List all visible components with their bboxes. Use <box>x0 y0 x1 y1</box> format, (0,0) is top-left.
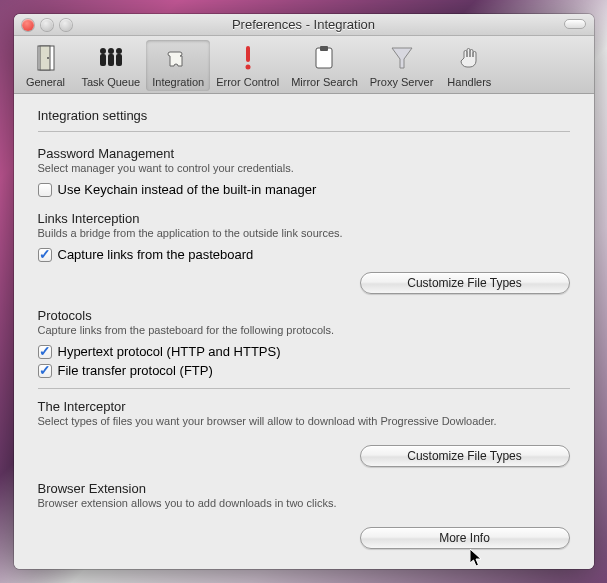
checkbox-label: Hypertext protocol (HTTP and HTTPS) <box>58 344 281 359</box>
toolbar-item-integration[interactable]: Integration <box>146 40 210 91</box>
capture-links-checkbox[interactable] <box>38 248 52 262</box>
toolbar-item-mirror-search[interactable]: Mirror Search <box>285 40 364 91</box>
checkbox-label: File transfer protocol (FTP) <box>58 363 213 378</box>
checkbox-label: Use Keychain instead of the built-in man… <box>58 182 317 197</box>
close-button[interactable] <box>22 19 34 31</box>
page-heading: Integration settings <box>38 108 570 123</box>
titlebar: Preferences - Integration <box>14 14 594 36</box>
toolbar-item-proxy-server[interactable]: Proxy Server <box>364 40 440 91</box>
toolbar-label: Task Queue <box>82 76 141 88</box>
section-description: Browser extension allows you to add down… <box>38 497 570 509</box>
door-icon <box>30 42 62 74</box>
divider <box>38 131 570 132</box>
ftp-checkbox[interactable] <box>38 364 52 378</box>
button-label: More Info <box>439 531 490 545</box>
more-info-button[interactable]: More Info <box>360 527 570 549</box>
clipboard-icon <box>308 42 340 74</box>
toolbar-label: Mirror Search <box>291 76 358 88</box>
section-description: Builds a bridge from the application to … <box>38 227 570 239</box>
divider <box>38 388 570 389</box>
section-description: Select types of files you want your brow… <box>38 415 570 427</box>
section-password: Password Management Select manager you w… <box>38 146 570 197</box>
puzzle-icon <box>162 42 194 74</box>
checkbox-label: Capture links from the pasteboard <box>58 247 254 262</box>
preferences-window: Preferences - Integration General Task Q… <box>14 14 594 569</box>
toolbar-item-general[interactable]: General <box>16 40 76 91</box>
section-description: Capture links from the pasteboard for th… <box>38 324 570 336</box>
funnel-icon <box>386 42 418 74</box>
content-pane: Integration settings Password Management… <box>14 94 594 569</box>
svg-rect-12 <box>320 46 328 51</box>
toolbar-item-handlers[interactable]: Handlers <box>439 40 499 91</box>
minimize-button[interactable] <box>41 19 53 31</box>
svg-rect-6 <box>108 54 114 66</box>
section-title: Browser Extension <box>38 481 570 496</box>
keychain-checkbox[interactable] <box>38 183 52 197</box>
svg-rect-4 <box>100 54 106 66</box>
svg-rect-8 <box>116 54 122 66</box>
cursor-icon <box>470 549 484 569</box>
toolbar-label: General <box>26 76 65 88</box>
toolbar-label: Handlers <box>447 76 491 88</box>
toolbar-item-task-queue[interactable]: Task Queue <box>76 40 147 91</box>
svg-point-7 <box>116 48 122 54</box>
section-interceptor: The Interceptor Select types of files yo… <box>38 399 570 467</box>
button-label: Customize File Types <box>407 449 522 463</box>
toolbar-toggle-button[interactable] <box>564 19 586 29</box>
people-queue-icon <box>95 42 127 74</box>
http-checkbox[interactable] <box>38 345 52 359</box>
section-description: Select manager you want to control your … <box>38 162 570 174</box>
toolbar-item-error-control[interactable]: Error Control <box>210 40 285 91</box>
toolbar-label: Error Control <box>216 76 279 88</box>
section-title: Protocols <box>38 308 570 323</box>
svg-rect-9 <box>246 46 250 62</box>
section-extension: Browser Extension Browser extension allo… <box>38 481 570 549</box>
hand-icon <box>453 42 485 74</box>
svg-point-10 <box>245 65 250 70</box>
toolbar: General Task Queue Integration Error Con… <box>14 36 594 94</box>
svg-point-5 <box>108 48 114 54</box>
customize-file-types-button[interactable]: Customize File Types <box>360 445 570 467</box>
zoom-button[interactable] <box>60 19 72 31</box>
window-title: Preferences - Integration <box>14 17 594 32</box>
toolbar-label: Proxy Server <box>370 76 434 88</box>
svg-point-3 <box>100 48 106 54</box>
customize-file-types-button[interactable]: Customize File Types <box>360 272 570 294</box>
section-links: Links Interception Builds a bridge from … <box>38 211 570 294</box>
section-title: Links Interception <box>38 211 570 226</box>
window-controls <box>14 19 72 31</box>
toolbar-label: Integration <box>152 76 204 88</box>
button-label: Customize File Types <box>407 276 522 290</box>
section-title: Password Management <box>38 146 570 161</box>
svg-point-2 <box>47 57 49 59</box>
exclamation-icon <box>232 42 264 74</box>
section-title: The Interceptor <box>38 399 570 414</box>
section-protocols: Protocols Capture links from the pastebo… <box>38 308 570 389</box>
